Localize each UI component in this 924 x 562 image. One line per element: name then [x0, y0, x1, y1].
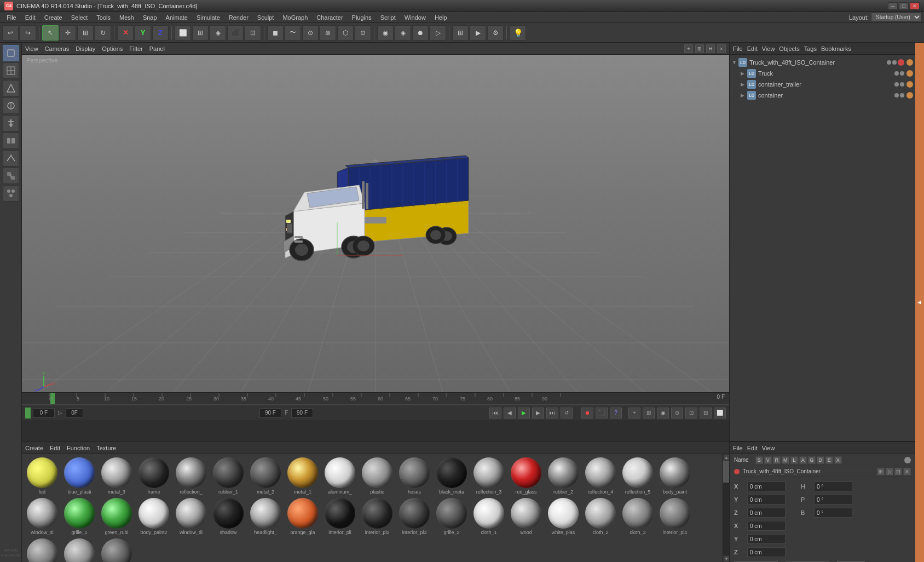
viewport-menu-cameras[interactable]: Cameras [45, 45, 70, 52]
attr-obj-icon-1[interactable]: ⊞ [877, 468, 885, 475]
vp-icon-4[interactable]: × [717, 44, 726, 53]
obj-view-btn[interactable]: View [762, 45, 775, 52]
goto-start-button[interactable]: ⏮ [489, 408, 501, 418]
anim-auto-button[interactable]: ⏺ [412, 25, 429, 41]
select-tool-button[interactable]: ↖ [42, 25, 59, 41]
help-button[interactable]: ? [610, 408, 622, 418]
undo-button[interactable]: ↩ [2, 25, 19, 41]
attr-p-rot[interactable] [814, 495, 852, 504]
attr-tab-l[interactable]: L [790, 456, 798, 464]
material-item-reflection_4[interactable]: reflection_4 [582, 456, 619, 496]
deformer-button[interactable]: ⊛ [320, 25, 336, 41]
attr-tab-x[interactable]: X [834, 456, 842, 464]
material-item-rubber_2[interactable]: rubber_2 [545, 456, 581, 496]
attr-tab-e[interactable]: E [825, 456, 833, 464]
uvw-mode-button[interactable]: ⊡ [245, 25, 261, 41]
menu-render[interactable]: Render [224, 12, 253, 22]
menu-simulate[interactable]: Simulate [192, 12, 224, 22]
viewport-menu-filter[interactable]: Filter [129, 45, 142, 52]
menu-select[interactable]: Select [67, 12, 93, 22]
add-track-button[interactable]: + [628, 408, 640, 418]
sidebar-mograph-btn[interactable] [3, 185, 19, 202]
material-item-interior_pl3[interactable]: interior_pl3 [396, 497, 432, 536]
attr-edit-btn[interactable]: Edit [747, 445, 758, 451]
menu-snap[interactable]: Snap [138, 12, 161, 22]
mat-create-btn[interactable]: Create [25, 445, 43, 451]
obj-tags-btn[interactable]: Tags [804, 45, 817, 52]
menu-tools[interactable]: Tools [92, 12, 115, 22]
material-item-metal_2[interactable]: metal_2 [247, 456, 284, 496]
track-options-6[interactable]: ⬜ [714, 408, 726, 418]
track-options-4[interactable]: ⊡ [685, 408, 697, 418]
attr-file-btn[interactable]: File [733, 445, 743, 451]
expand-icon-truck[interactable]: ▶ [741, 71, 747, 76]
vp-icon-1[interactable]: + [684, 44, 693, 53]
vp-icon-2[interactable]: ⊞ [695, 44, 704, 53]
end-frame-input[interactable] [259, 408, 281, 418]
edges-mode-button[interactable]: ◈ [210, 25, 226, 41]
material-item-window_di[interactable]: window_di [173, 497, 209, 536]
material-item-reflection_3[interactable]: reflection_3 [471, 456, 507, 496]
viewport-menu-view[interactable]: View [25, 45, 38, 52]
attr-obj-icon-4[interactable]: ✕ [903, 468, 911, 475]
material-item-grille_1[interactable]: grille_1 [61, 497, 97, 536]
sidebar-model-btn[interactable] [3, 45, 19, 61]
material-item-black_meta[interactable]: black_meta [434, 456, 470, 496]
obj-edit-btn[interactable]: Edit [747, 45, 758, 52]
render-viewport-button[interactable]: ▶ [470, 25, 486, 41]
track-options-2[interactable]: ◉ [657, 408, 669, 418]
attr-tab-m[interactable]: M [782, 456, 789, 464]
menu-script[interactable]: Script [376, 12, 400, 22]
sidebar-dynamics-btn[interactable] [3, 168, 19, 184]
mat-scroll-down[interactable]: ▼ [723, 555, 729, 562]
mat-scroll-track[interactable] [723, 461, 729, 555]
material-item-window_si[interactable]: window_si [24, 497, 60, 536]
object-mode-button[interactable]: ⬜ [175, 25, 191, 41]
material-item-cloth_3[interactable]: cloth_3 [620, 497, 656, 536]
attr-obj-icon-3[interactable]: ⊡ [894, 468, 902, 475]
light-button[interactable]: ⊙ [355, 25, 371, 41]
mat-edit-btn[interactable]: Edit [50, 445, 60, 451]
redo-button[interactable]: ↪ [20, 25, 36, 41]
spline-button[interactable]: 〜 [285, 25, 301, 41]
sidebar-anim-btn[interactable] [3, 133, 19, 149]
close-button[interactable]: ✕ [910, 2, 920, 10]
viewport-scene[interactable]: Perspective [22, 55, 729, 392]
vp-icon-3[interactable]: H [706, 44, 715, 53]
attr-view-btn[interactable]: View [762, 445, 775, 451]
viewport-menu-display[interactable]: Display [76, 45, 95, 52]
menu-window[interactable]: Window [400, 12, 430, 22]
material-item-interior_pl5[interactable]: interior_pl5 [24, 537, 60, 562]
material-item-cloth_2[interactable]: cloth_2 [582, 497, 619, 536]
material-item-frame[interactable]: frame [136, 456, 172, 496]
polys-mode-button[interactable]: ⬛ [227, 25, 244, 41]
sidebar-uv-btn[interactable] [3, 62, 19, 79]
viewport[interactable]: View Cameras Display Options Filter Pane… [22, 43, 729, 392]
light-toggle-button[interactable]: 💡 [510, 25, 526, 41]
render-region-button[interactable]: ⊞ [452, 25, 469, 41]
material-item-red_glass[interactable]: red_glass [508, 456, 544, 496]
material-scrollbar[interactable]: ▲ ▼ [723, 454, 729, 562]
material-item-plastic[interactable]: plastic [359, 456, 395, 496]
obj-item-trailer[interactable]: ▶ L0 container_trailer [730, 79, 915, 90]
attr-tab-v[interactable]: V [764, 456, 772, 464]
track-options-5[interactable]: ⊟ [700, 408, 712, 418]
obj-objects-btn[interactable]: Objects [779, 45, 799, 52]
material-item-wood[interactable]: wood [508, 497, 544, 536]
cube-primitive-button[interactable]: ◼ [267, 25, 284, 41]
menu-animate[interactable]: Animate [161, 12, 192, 22]
material-item-orange_gla[interactable]: orange_gla [285, 497, 321, 536]
obj-item-root[interactable]: ▼ L0 Truck_with_48ft_ISO_Container [730, 57, 915, 68]
attr-tab-g[interactable]: G [808, 456, 816, 464]
menu-mesh[interactable]: Mesh [115, 12, 138, 22]
menu-help[interactable]: Help [430, 12, 452, 22]
attr-y-pos[interactable] [747, 495, 786, 504]
material-item-grille_2[interactable]: grille_2 [434, 497, 470, 536]
material-item-reflection_5[interactable]: reflection_5 [620, 456, 656, 496]
anim-key-button[interactable]: ◈ [395, 25, 411, 41]
material-item-rubber_1[interactable]: rubber_1 [210, 456, 246, 496]
attr-tab-r[interactable]: R [773, 456, 781, 464]
mat-scroll-up[interactable]: ▲ [723, 454, 729, 461]
attr-icon-1[interactable] [904, 457, 911, 463]
material-item-interior_pli[interactable]: interior_pli [322, 497, 358, 536]
